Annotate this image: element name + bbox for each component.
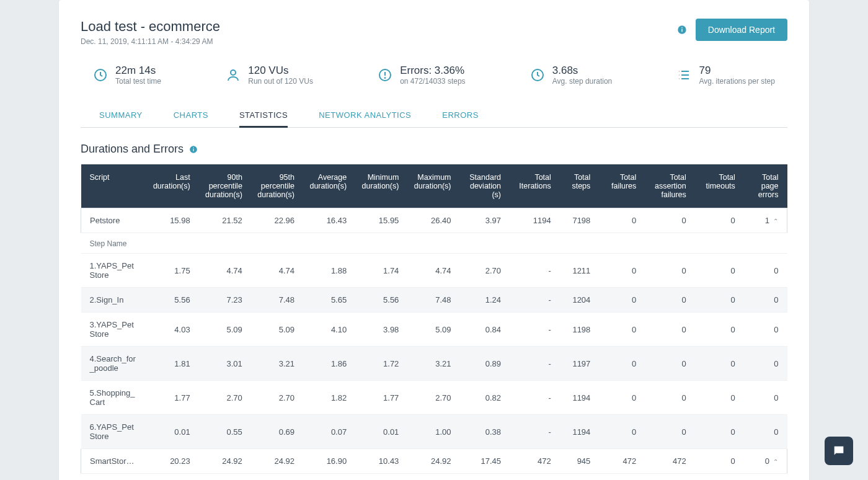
info-icon[interactable] bbox=[188, 144, 198, 154]
cell: - bbox=[506, 254, 556, 288]
cell: 16.90 bbox=[299, 449, 352, 474]
cell: 2.70 bbox=[195, 381, 247, 415]
info-icon[interactable] bbox=[677, 25, 687, 35]
cell: 0 bbox=[691, 313, 740, 347]
col-p95[interactable]: 95th percentile duration(s) bbox=[247, 164, 299, 208]
cell: 4.74 bbox=[404, 254, 456, 288]
tab-network-analytics[interactable]: NETWORK ANALYTICS bbox=[319, 104, 411, 128]
col-p90[interactable]: 90th percentile duration(s) bbox=[195, 164, 247, 208]
table-row-script[interactable]: Petstore15.9821.5222.9616.4315.9526.403.… bbox=[81, 208, 787, 233]
cell: 0 bbox=[595, 208, 641, 233]
cell: 0 bbox=[740, 288, 787, 313]
table-row-step[interactable]: 4.Search_for_poodle1.813.013.211.861.723… bbox=[81, 347, 787, 381]
cell: - bbox=[506, 381, 556, 415]
col-assertion-failures[interactable]: Total assertion failures bbox=[641, 164, 691, 208]
cell: 0 bbox=[691, 415, 740, 449]
cell: 1.77 bbox=[143, 381, 195, 415]
step-header-row: Step Name bbox=[81, 474, 787, 481]
cell: 0 bbox=[641, 288, 691, 313]
col-script[interactable]: Script bbox=[81, 164, 143, 208]
cell: 0 bbox=[595, 347, 641, 381]
chevron-up-icon[interactable]: ⌃ bbox=[773, 458, 778, 465]
cell: 3.98 bbox=[352, 313, 404, 347]
chat-button[interactable] bbox=[825, 437, 853, 465]
tab-charts[interactable]: CHARTS bbox=[174, 104, 208, 128]
col-avg[interactable]: Average duration(s) bbox=[299, 164, 352, 208]
table-row-step[interactable]: 3.YAPS_PetStore4.035.095.094.103.985.090… bbox=[81, 313, 787, 347]
cell: 472 bbox=[506, 449, 556, 474]
cell: 0 bbox=[740, 254, 787, 288]
cell: 0.84 bbox=[456, 313, 506, 347]
col-std[interactable]: Standard deviation (s) bbox=[456, 164, 506, 208]
cell: 15.98 bbox=[143, 208, 195, 233]
metric-label: on 472/14033 steps bbox=[400, 77, 465, 86]
col-max[interactable]: Maximum duration(s) bbox=[404, 164, 456, 208]
cell: 3.97 bbox=[456, 208, 506, 233]
cell: 24.92 bbox=[247, 449, 299, 474]
metric-value: 120 VUs bbox=[248, 64, 313, 77]
col-page-errors[interactable]: Total page errors bbox=[740, 164, 787, 208]
cell: 1194 bbox=[506, 208, 556, 233]
col-failures[interactable]: Total failures bbox=[595, 164, 641, 208]
col-iterations[interactable]: Total Iterations bbox=[506, 164, 556, 208]
cell: 0.07 bbox=[299, 415, 352, 449]
tab-summary[interactable]: SUMMARY bbox=[99, 104, 143, 128]
cell: 0.38 bbox=[456, 415, 506, 449]
cell: 21.52 bbox=[195, 208, 247, 233]
cell: 16.43 bbox=[299, 208, 352, 233]
cell: 0 bbox=[641, 254, 691, 288]
cell: 5.56 bbox=[352, 288, 404, 313]
table-row-step[interactable]: 6.YAPS_PetStore0.010.550.690.070.011.000… bbox=[81, 415, 787, 449]
metric-value: Errors: 3.36% bbox=[400, 64, 465, 77]
cell: 0 bbox=[595, 254, 641, 288]
metric-total-time: 22m 14s Total test time bbox=[93, 64, 161, 86]
cell: 0.55 bbox=[195, 415, 247, 449]
cell: 5.65 bbox=[299, 288, 352, 313]
download-report-button[interactable]: Download Report bbox=[696, 19, 787, 41]
header-row: Load test - ecommerce Dec. 11, 2019, 4:1… bbox=[81, 19, 787, 46]
table-row-script[interactable]: SmartStore---...20.2324.9224.9216.9010.4… bbox=[81, 449, 787, 474]
cell: 0 bbox=[691, 288, 740, 313]
cell: 0⌃ bbox=[740, 449, 787, 474]
table-row-step[interactable]: 1.YAPS_PetStore1.754.744.741.881.744.742… bbox=[81, 254, 787, 288]
col-timeouts[interactable]: Total timeouts bbox=[691, 164, 740, 208]
cell: 3.01 bbox=[195, 347, 247, 381]
table-row-step[interactable]: 5.Shopping_Cart1.772.702.701.821.772.700… bbox=[81, 381, 787, 415]
cell: 1211 bbox=[556, 254, 596, 288]
section-title: Durations and Errors bbox=[81, 143, 787, 156]
cell: 1.81 bbox=[143, 347, 195, 381]
col-last[interactable]: Last duration(s) bbox=[143, 164, 195, 208]
cell: 7.48 bbox=[247, 288, 299, 313]
cell: 7198 bbox=[556, 208, 596, 233]
tab-statistics[interactable]: STATISTICS bbox=[239, 104, 288, 128]
cell: 2.70 bbox=[456, 254, 506, 288]
header-actions: Download Report bbox=[677, 19, 787, 41]
cell: - bbox=[506, 347, 556, 381]
metric-label: Avg. iterations per step bbox=[699, 77, 775, 86]
cell: 1.82 bbox=[299, 381, 352, 415]
svg-point-7 bbox=[385, 78, 386, 78]
step-header-label: Step Name bbox=[81, 474, 787, 481]
step-header-row: Step Name bbox=[81, 233, 787, 254]
cell: 22.96 bbox=[247, 208, 299, 233]
cell: 0 bbox=[740, 381, 787, 415]
cell: - bbox=[506, 313, 556, 347]
cell: 0 bbox=[641, 313, 691, 347]
col-steps[interactable]: Total steps bbox=[556, 164, 596, 208]
cell: 0 bbox=[740, 313, 787, 347]
cell: 0 bbox=[595, 381, 641, 415]
clock-icon bbox=[530, 68, 545, 82]
svg-rect-2 bbox=[681, 27, 682, 28]
cell: - bbox=[506, 415, 556, 449]
metric-label: Run out of 120 VUs bbox=[248, 77, 313, 86]
cell: 3.21 bbox=[404, 347, 456, 381]
tab-errors[interactable]: ERRORS bbox=[442, 104, 479, 128]
cell: 0 bbox=[740, 415, 787, 449]
cell: 1.88 bbox=[299, 254, 352, 288]
cell: 1.86 bbox=[299, 347, 352, 381]
col-min[interactable]: Minimum duration(s) bbox=[352, 164, 404, 208]
cell: SmartStore---... bbox=[81, 449, 143, 474]
chevron-up-icon[interactable]: ⌃ bbox=[773, 218, 778, 224]
cell: - bbox=[506, 288, 556, 313]
table-row-step[interactable]: 2.Sign_In5.567.237.485.655.567.481.24-12… bbox=[81, 288, 787, 313]
